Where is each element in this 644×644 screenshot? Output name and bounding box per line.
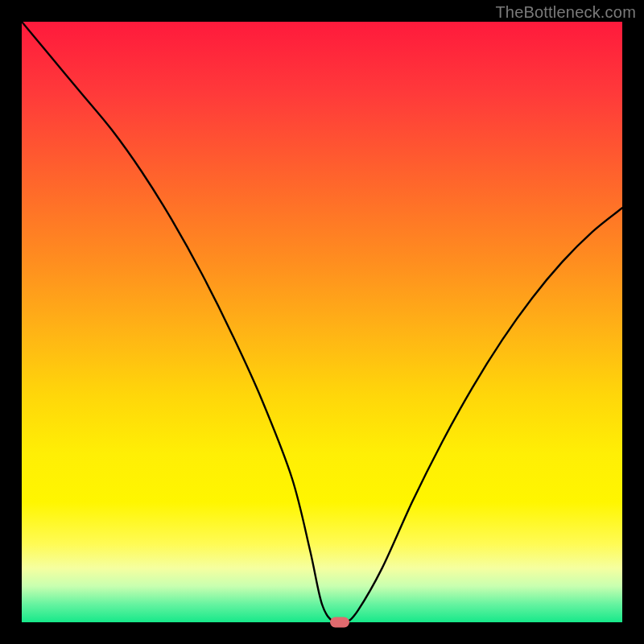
optimal-marker (330, 617, 349, 628)
curve-path (22, 22, 622, 622)
bottleneck-curve (22, 22, 622, 622)
chart-frame: TheBottleneck.com (0, 0, 644, 644)
chart-plot-area (22, 22, 622, 622)
watermark-text: TheBottleneck.com (495, 3, 636, 22)
